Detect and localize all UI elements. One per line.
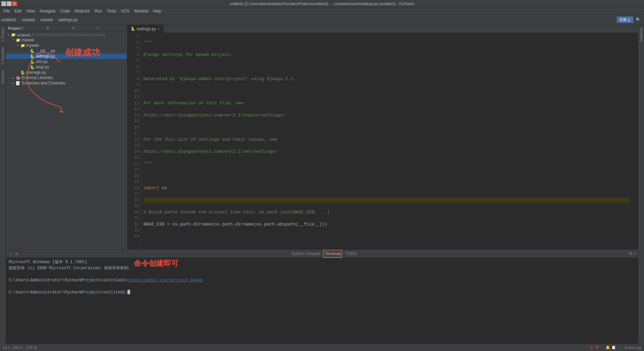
tree-item-myweb2[interactable]: ▾ 📁 myweb	[6, 43, 127, 48]
maximize-btn[interactable]: □	[7, 1, 11, 6]
terminal-line-2: 版权所有 (c) 2009 Microsoft Corporation。保留所有…	[9, 265, 635, 271]
code-content[interactable]: """ Django settings for myweb project. G…	[141, 33, 633, 249]
status-encoding: UTF-8:	[26, 346, 37, 350]
vtab-favorites[interactable]: 2: Favorites	[0, 44, 5, 67]
bottom-tab-icons: ⚙ ⤢	[629, 251, 637, 256]
toolbar: untitled1 › myweb › myweb › settings.py …	[0, 15, 644, 25]
status-dots: ·	[602, 346, 603, 350]
status-position: 14:1	[3, 346, 10, 350]
close-btn[interactable]: ✕	[12, 1, 17, 6]
editor-area: 🐍 settings.py ✕ 12345 678910 1112131415 …	[127, 25, 638, 249]
terminal-add-btn[interactable]: ＋	[7, 251, 13, 257]
status-crlf: CRLF:	[12, 346, 23, 350]
status-right: S 中 · 🔔 📋 ↑ ↓ Event Log	[590, 345, 641, 350]
vtab-structure[interactable]: Structure	[0, 68, 5, 87]
menu-vcs[interactable]: VCS	[119, 8, 131, 14]
menu-tools[interactable]: Tools	[105, 8, 118, 14]
event-log-btn[interactable]: Event Log	[624, 346, 641, 350]
editor-tab-bar: 🐍 settings.py ✕	[127, 25, 638, 33]
tree-item-wsgi[interactable]: 🐍 wsgi.py	[6, 64, 127, 70]
sync-icon[interactable]: ⟳	[72, 26, 75, 30]
status-lang: 中	[596, 345, 599, 350]
center-panes: Project ▾ ⚙ ⟳ ≡ ⋮ ▾ 📁 untitled1 C	[6, 25, 638, 344]
tree-item-scratches[interactable]: ▸ 📝 Scratches and Consoles	[6, 80, 127, 86]
editor-tab-settings[interactable]: 🐍 settings.py ✕	[127, 25, 164, 33]
settings-icon[interactable]: ⋮	[121, 26, 125, 30]
tree-item-root[interactable]: ▾ 📁 untitled1 C:\Users\Administrator\Pyc…	[6, 32, 127, 37]
status-bar: 14:1 CRLF: UTF-8: S 中 · 🔔 📋 ↑ ↓ Event Lo…	[0, 344, 644, 351]
breadcrumb-file[interactable]: settings.py	[58, 17, 77, 22]
tree-item-external-libs[interactable]: ▸ 📚 External Libraries	[6, 75, 127, 80]
left-vertical-tabs: 1: Project 2: Favorites Structure	[0, 25, 6, 344]
breadcrumb-myweb2[interactable]: myweb	[40, 17, 53, 22]
menu-window[interactable]: Window	[132, 8, 150, 14]
tab-python-console[interactable]: Python Console	[288, 250, 324, 258]
content-area: 1: Project 2: Favorites Structure Projec…	[0, 25, 644, 344]
switch-btn[interactable]: 切换上	[617, 16, 633, 23]
settings-icon[interactable]: ⚙	[629, 251, 632, 256]
vtab-project[interactable]: 1: Project	[0, 25, 5, 44]
terminal-line-blank2	[9, 283, 635, 289]
terminal-remove-btn[interactable]: ✕	[14, 251, 20, 256]
menu-edit[interactable]: Edit	[12, 8, 24, 14]
terminal-content[interactable]: Microsoft Windows [版本 6.1.7601] 版权所有 (c)…	[6, 258, 638, 344]
menu-file[interactable]: File	[1, 8, 12, 14]
tab-terminal[interactable]: Terminal	[323, 250, 342, 258]
project-panel-header: Project ▾ ⚙ ⟳ ≡ ⋮	[6, 25, 127, 32]
terminal-line-blank1	[9, 271, 635, 277]
right-gutter	[633, 33, 638, 249]
app-wrapper: ─ □ ✕ untitled1 [C:\Users\Administrator\…	[0, 0, 644, 351]
expand-icon[interactable]: ⤢	[634, 251, 637, 256]
line-numbers: 12345 678910 1112131415 1617181920 21222…	[127, 33, 141, 249]
status-icons: 🔔 📋 ↑ ↓	[606, 345, 622, 350]
menu-refactor[interactable]: Refactor	[73, 8, 92, 14]
menu-run[interactable]: Run	[93, 8, 104, 14]
menu-bar: File Edit View Navigate Code Refactor Ru…	[0, 7, 644, 15]
editor-and-project: Project ▾ ⚙ ⟳ ≡ ⋮ ▾ 📁 untitled1 C	[6, 25, 638, 249]
status-left: 14:1 CRLF: UTF-8:	[3, 346, 37, 350]
project-panel-title: Project	[8, 26, 21, 30]
gear-icon[interactable]: ⚙	[46, 26, 49, 30]
project-panel: Project ▾ ⚙ ⟳ ≡ ⋮ ▾ 📁 untitled1 C	[6, 25, 127, 249]
title-bar-title: untitled1 [C:\Users\Administrator\Pychar…	[22, 2, 622, 6]
breadcrumb-myweb1[interactable]: myweb	[22, 17, 35, 22]
menu-code[interactable]: Code	[58, 8, 72, 14]
project-tree: ▾ 📁 untitled1 C:\Users\Administrator\Pyc…	[6, 32, 127, 249]
toolbar-search[interactable]: 🔍	[634, 17, 643, 23]
breadcrumb-root[interactable]: untitled1	[1, 17, 16, 22]
vtab-database[interactable]: Database	[639, 25, 644, 45]
tree-item-init[interactable]: 🐍 __init__.py	[6, 48, 127, 54]
terminal-cmd-line: C:\Users\Administrator\PycharmProjects\u…	[9, 277, 635, 283]
tree-item-urls[interactable]: 🐍 urls.py	[6, 59, 127, 64]
menu-view[interactable]: View	[24, 8, 37, 14]
menu-help[interactable]: Help	[151, 8, 164, 14]
tree-item-myweb1[interactable]: ▾ 📁 myweb	[6, 37, 127, 43]
terminal-prompt-line: C:\Users\Administrator\PycharmProjects\u…	[9, 289, 635, 295]
right-vertical-tabs: Database	[638, 25, 644, 344]
bottom-tabs: Python Console Terminal TODO	[288, 250, 361, 258]
terminal-line-1: Microsoft Windows [版本 6.1.7601]	[9, 259, 635, 265]
code-editor[interactable]: 12345 678910 1112131415 1617181920 21222…	[127, 33, 638, 249]
tab-todo[interactable]: TODO	[342, 250, 360, 258]
bottom-tab-bar: ＋ ✕ Python Console Terminal TODO ⚙ ⤢	[6, 250, 638, 258]
tree-item-settings[interactable]: 🐍 settings.py	[6, 54, 127, 59]
title-bar: ─ □ ✕ untitled1 [C:\Users\Administrator\…	[0, 0, 644, 7]
minimize-btn[interactable]: ─	[1, 1, 6, 6]
tab-close-btn[interactable]: ✕	[157, 27, 160, 31]
bottom-panel: ＋ ✕ Python Console Terminal TODO ⚙ ⤢	[6, 249, 638, 344]
menu-navigate[interactable]: Navigate	[38, 8, 58, 14]
collapse-icon[interactable]: ≡	[97, 26, 99, 30]
tree-item-manage[interactable]: 🐍 manage.py	[6, 70, 127, 75]
status-slogo: S	[590, 345, 593, 350]
